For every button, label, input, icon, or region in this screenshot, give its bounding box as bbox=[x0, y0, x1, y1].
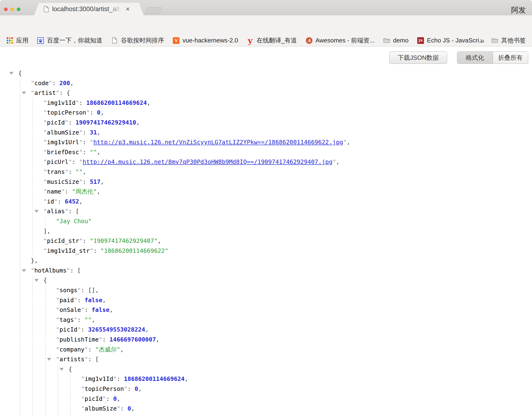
indent-guide bbox=[20, 285, 20, 295]
json-line: "trans": "", bbox=[0, 167, 532, 177]
bookmark-item[interactable]: JSEcho JS - JavaScri... bbox=[417, 37, 484, 44]
indent-guide bbox=[20, 325, 20, 335]
json-line: "alias": [ bbox=[0, 206, 532, 216]
collapse-all-button[interactable]: 折叠所有 bbox=[493, 52, 528, 64]
indent-guide bbox=[20, 206, 20, 216]
json-line: "hotAlbums": [ bbox=[0, 266, 532, 276]
json-line: ], bbox=[0, 226, 532, 236]
bookmark-item[interactable]: demo bbox=[383, 37, 408, 44]
json-key: tags bbox=[59, 316, 74, 323]
close-window-icon[interactable] bbox=[4, 8, 8, 11]
collapse-caret-icon[interactable] bbox=[59, 368, 64, 371]
bookmark-item[interactable]: Vvue-hackernews-2.0 bbox=[173, 37, 238, 44]
json-link[interactable]: http://p4.music.126.net/8mv7qP30Pd3oHW8b… bbox=[83, 158, 332, 165]
json-key: publishTime bbox=[59, 336, 99, 343]
indent-guide bbox=[20, 216, 20, 226]
json-line: "name": "周杰伦", bbox=[0, 187, 532, 197]
indent-guide bbox=[58, 384, 58, 394]
bookmark-item[interactable]: y在线翻译_有道 bbox=[247, 36, 297, 45]
collapse-caret-icon[interactable] bbox=[47, 358, 51, 361]
json-line: "albumSize": 0, bbox=[0, 404, 532, 414]
json-string: "19097417462929407" bbox=[90, 237, 158, 244]
indent-guide bbox=[20, 414, 20, 416]
new-tab-button[interactable] bbox=[144, 7, 162, 14]
indent-guide bbox=[20, 226, 20, 236]
indent-guide bbox=[32, 197, 33, 207]
indent-guide bbox=[45, 394, 46, 404]
indent-guide bbox=[32, 226, 33, 236]
indent-guide bbox=[20, 275, 20, 285]
collapse-caret-icon[interactable] bbox=[22, 92, 26, 94]
json-key: code bbox=[34, 80, 49, 87]
bookmark-item[interactable]: 百度一下，你就知道 bbox=[37, 36, 102, 45]
indent-guide bbox=[32, 128, 33, 137]
indent-guide bbox=[20, 364, 20, 374]
bookmark-other-folder[interactable]: 其他书签 bbox=[491, 36, 526, 45]
indent-guide bbox=[20, 147, 20, 157]
json-number: 1466697600007 bbox=[110, 336, 156, 343]
json-number: 0 bbox=[128, 405, 131, 412]
maximize-window-icon[interactable] bbox=[17, 8, 20, 11]
indent-guide bbox=[32, 108, 33, 118]
tab-close-icon[interactable]: × bbox=[126, 5, 130, 13]
indent-guide bbox=[32, 345, 33, 355]
bookmark-item[interactable]: 应用 bbox=[6, 36, 28, 45]
bookmark-label: 其他书签 bbox=[501, 36, 526, 45]
bookmark-item[interactable]: 谷歌按时间排序 bbox=[111, 36, 164, 45]
json-line: "img1v1Url": "http://p3.music.126.net/Vn… bbox=[0, 137, 532, 147]
json-key: name bbox=[47, 188, 61, 195]
json-key: picId_str bbox=[47, 237, 79, 244]
indent-guide bbox=[32, 325, 33, 335]
json-string: "" bbox=[84, 316, 92, 323]
json-line: "publishTime": 1466697600007, bbox=[0, 335, 532, 345]
collapse-caret-icon[interactable] bbox=[34, 210, 39, 213]
folder-icon bbox=[383, 37, 390, 44]
indent-guide bbox=[32, 384, 33, 394]
json-number: 0 bbox=[97, 109, 101, 116]
format-button[interactable]: 格式化 bbox=[457, 52, 493, 64]
collapse-caret-icon[interactable] bbox=[34, 279, 39, 282]
indent-guide bbox=[70, 414, 71, 416]
indent-guide bbox=[45, 374, 46, 384]
json-line: "code": 200, bbox=[0, 78, 532, 88]
indent-guide bbox=[32, 404, 33, 414]
browser-tab[interactable]: localhost:3000/artist_album?id × bbox=[34, 3, 144, 15]
indent-guide bbox=[58, 414, 58, 416]
profile-name[interactable]: 阿发 bbox=[511, 5, 526, 15]
json-link[interactable]: http://p3.music.126.net/VnZiScyynLG7atLI… bbox=[93, 139, 343, 146]
json-number: 19097417462929410 bbox=[76, 119, 136, 126]
indent-guide bbox=[20, 394, 20, 404]
json-string: "" bbox=[90, 149, 97, 155]
json-key: trans bbox=[47, 168, 65, 175]
json-link[interactable]: http://p4.music.126.net/VnZiScyynLG7atLI… bbox=[131, 415, 381, 416]
json-line: { bbox=[0, 364, 532, 374]
indent-guide bbox=[20, 315, 20, 325]
indent-guide bbox=[20, 374, 20, 384]
indent-guide bbox=[32, 157, 33, 167]
indent-guide bbox=[45, 404, 46, 414]
indent-guide bbox=[20, 118, 20, 128]
bookmarks-overflow-icon[interactable]: » bbox=[480, 36, 484, 45]
indent-guide bbox=[20, 246, 20, 256]
apps-grid-icon bbox=[6, 37, 13, 44]
titlebar: localhost:3000/artist_album?id × 阿发 bbox=[0, 0, 532, 15]
json-key: img1v1Id bbox=[85, 376, 113, 382]
collapse-caret-icon[interactable] bbox=[9, 72, 13, 75]
echojs-icon: JS bbox=[417, 37, 424, 44]
json-string: "18686200114669622" bbox=[101, 247, 168, 254]
download-json-button[interactable]: 下载JSON数据 bbox=[389, 51, 447, 64]
json-line: "musicSize": 517, bbox=[0, 177, 532, 187]
collapse-caret-icon[interactable] bbox=[22, 269, 26, 272]
bookmark-item[interactable]: AAwesomes - 前端资... bbox=[306, 36, 375, 45]
indent-guide bbox=[32, 285, 33, 295]
bookmark-label: demo bbox=[393, 37, 408, 44]
json-line: "briefDesc": "", bbox=[0, 147, 532, 157]
minimize-window-icon[interactable] bbox=[10, 8, 14, 11]
indent-guide bbox=[20, 108, 20, 118]
json-key: albumSize bbox=[85, 405, 117, 412]
youdao-y-icon: y bbox=[247, 37, 254, 44]
json-line: "id": 6452, bbox=[0, 197, 532, 207]
indent-guide bbox=[20, 177, 20, 187]
json-number: 18686200114669624 bbox=[86, 99, 147, 106]
indent-guide bbox=[70, 404, 71, 414]
